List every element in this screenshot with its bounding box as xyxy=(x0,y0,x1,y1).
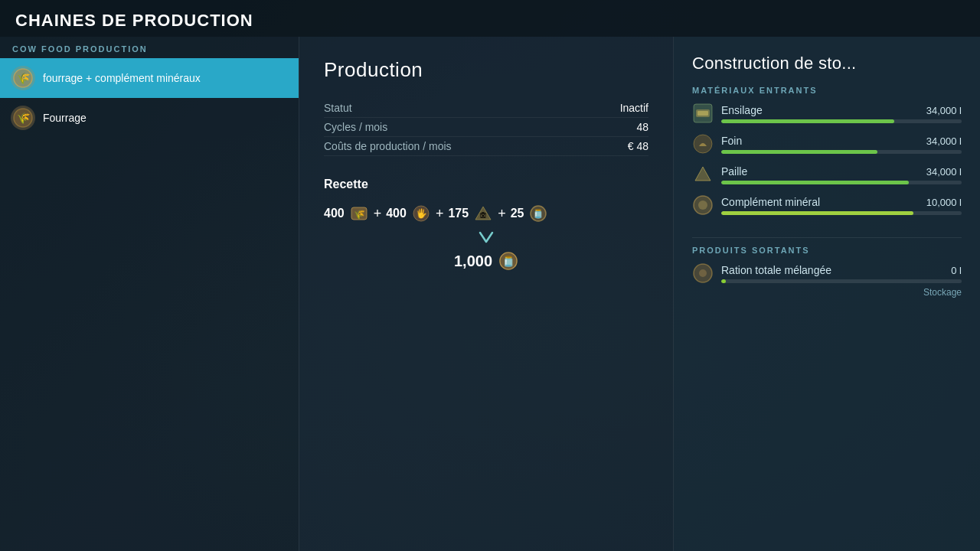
production-title: Production xyxy=(324,58,648,82)
sidebar-item-label-0: fourrage + complément minéraux xyxy=(43,72,201,84)
material-bar-fill-2 xyxy=(721,181,909,184)
page-title: CHAINES DE PRODUCTION xyxy=(15,11,965,31)
main-layout: COW FOOD PRODUCTION 🌾 fourrage + complém… xyxy=(0,37,980,551)
material-row-2: Paille 34,000 l xyxy=(692,164,962,185)
sidebar-item-fourrage[interactable]: 🌾 Fourrage xyxy=(0,98,299,138)
ingredient-amount-3: 25 xyxy=(511,207,524,220)
ui-root: CHAINES DE PRODUCTION COW FOOD PRODUCTIO… xyxy=(0,0,980,551)
material-name-1: Foin xyxy=(721,135,742,147)
ingredient-icon-1: 🖐 xyxy=(411,204,431,223)
recipe-ingredients: 400 🌾 + 400 🖐 xyxy=(324,204,648,223)
material-bar-fill-1 xyxy=(721,150,877,154)
sidebar-item-icon-0: 🌾 xyxy=(11,66,35,90)
recette-section: Recette 400 🌾 + 400 🖐 xyxy=(324,178,648,271)
stockage-label: Stockage xyxy=(692,287,962,298)
svg-text:🖐: 🖐 xyxy=(415,207,426,219)
output-icon: 🫙 xyxy=(498,251,518,271)
material-info-1: Foin 34,000 l xyxy=(721,135,962,154)
material-row-1: Foin 34,000 l xyxy=(692,133,962,155)
material-bar-bg-1 xyxy=(721,150,962,154)
material-icon-0 xyxy=(692,103,714,124)
sidebar-item-label-1: Fourrage xyxy=(43,112,87,124)
ingredient-icon-2: 🏚 xyxy=(473,204,493,223)
material-icon-3 xyxy=(692,194,714,216)
product-amount-0: 0 l xyxy=(951,265,962,276)
svg-text:🌾: 🌾 xyxy=(17,112,31,125)
svg-text:🏚: 🏚 xyxy=(479,211,487,220)
stats-table: Statut Inactif Cycles / mois 48 Coûts de… xyxy=(324,99,648,156)
material-bar-fill-0 xyxy=(721,119,894,123)
svg-text:🫙: 🫙 xyxy=(502,255,515,268)
stat-value-0: Inactif xyxy=(620,102,648,114)
recette-title: Recette xyxy=(324,178,648,191)
material-info-3: Complément minéral 10,000 l xyxy=(721,196,962,215)
stat-value-1: 48 xyxy=(636,121,648,133)
construction-title: Construction de sto... xyxy=(674,37,980,86)
stat-label-0: Statut xyxy=(324,102,352,114)
material-info-2: Paille 34,000 l xyxy=(721,165,962,184)
product-row-0: Ration totale mélangée 0 l xyxy=(692,262,962,284)
material-icon-2 xyxy=(692,164,714,185)
material-bar-bg-3 xyxy=(721,211,962,215)
material-amount-1: 34,000 l xyxy=(926,135,962,147)
product-bar-bg-0 xyxy=(721,279,962,283)
product-info-0: Ration totale mélangée 0 l xyxy=(721,264,962,283)
material-name-3: Complément minéral xyxy=(721,196,820,208)
stat-row-0: Statut Inactif xyxy=(324,99,648,118)
product-bar-fill-0 xyxy=(721,279,726,283)
material-info-0: Ensilage 34,000 l xyxy=(721,104,962,123)
production-panel: Production Statut Inactif Cycles / mois … xyxy=(299,37,674,551)
svg-text:🫙: 🫙 xyxy=(533,208,544,219)
ingredient-icon-3: 🫙 xyxy=(528,204,548,223)
stat-row-1: Cycles / mois 48 xyxy=(324,118,648,137)
material-amount-3: 10,000 l xyxy=(926,197,962,208)
material-row-0: Ensilage 34,000 l xyxy=(692,103,962,124)
svg-text:🌾: 🌾 xyxy=(353,208,364,220)
sidebar-item-icon-1: 🌾 xyxy=(11,106,35,130)
stat-label-1: Cycles / mois xyxy=(324,121,387,133)
sidebar: COW FOOD PRODUCTION 🌾 fourrage + complém… xyxy=(0,37,299,551)
sidebar-item-fourrage-complement[interactable]: 🌾 fourrage + complément minéraux xyxy=(0,58,299,98)
sidebar-category: COW FOOD PRODUCTION xyxy=(0,37,299,58)
products-header: PRODUITS SORTANTS xyxy=(692,246,962,255)
material-row-3: Complément minéral 10,000 l xyxy=(692,194,962,216)
ingredient-amount-1: 400 xyxy=(386,207,407,220)
stat-value-2: € 48 xyxy=(628,140,648,152)
materials-section: MATÉRIAUX ENTRANTS Ensilage 34,000 l xyxy=(674,86,980,233)
products-section: PRODUITS SORTANTS Ration totale mélangée… xyxy=(674,246,980,305)
ingredient-amount-0: 400 xyxy=(324,207,345,220)
product-icon-0 xyxy=(692,262,714,284)
output-amount: 1,000 xyxy=(454,253,492,270)
material-icon-1 xyxy=(692,133,714,155)
svg-marker-18 xyxy=(695,167,710,181)
svg-text:🌾: 🌾 xyxy=(17,72,31,85)
material-bar-bg-0 xyxy=(721,119,962,123)
ingredient-icon-0: 🌾 xyxy=(349,204,369,223)
svg-rect-16 xyxy=(697,111,708,116)
product-name-0: Ration totale mélangée xyxy=(721,264,831,276)
material-amount-0: 34,000 l xyxy=(926,105,962,116)
section-divider xyxy=(692,237,962,238)
recipe-arrow xyxy=(324,230,648,245)
recipe-output: 1,000 🫙 xyxy=(324,251,648,271)
ingredient-amount-2: 175 xyxy=(448,207,469,220)
svg-point-20 xyxy=(698,201,707,210)
material-bar-bg-2 xyxy=(721,181,962,184)
material-bar-fill-3 xyxy=(721,211,913,215)
material-name-0: Ensilage xyxy=(721,104,763,116)
materials-header: MATÉRIAUX ENTRANTS xyxy=(692,86,962,95)
material-amount-2: 34,000 l xyxy=(926,166,962,178)
stat-row-2: Coûts de production / mois € 48 xyxy=(324,137,648,156)
header: CHAINES DE PRODUCTION xyxy=(0,0,980,37)
stat-label-2: Coûts de production / mois xyxy=(324,140,452,152)
svg-point-22 xyxy=(699,269,707,277)
plus-1: + xyxy=(436,206,444,222)
plus-0: + xyxy=(374,206,382,222)
plus-2: + xyxy=(498,206,506,222)
construction-panel: Construction de sto... MATÉRIAUX ENTRANT… xyxy=(674,37,980,551)
material-name-2: Paille xyxy=(721,165,747,178)
